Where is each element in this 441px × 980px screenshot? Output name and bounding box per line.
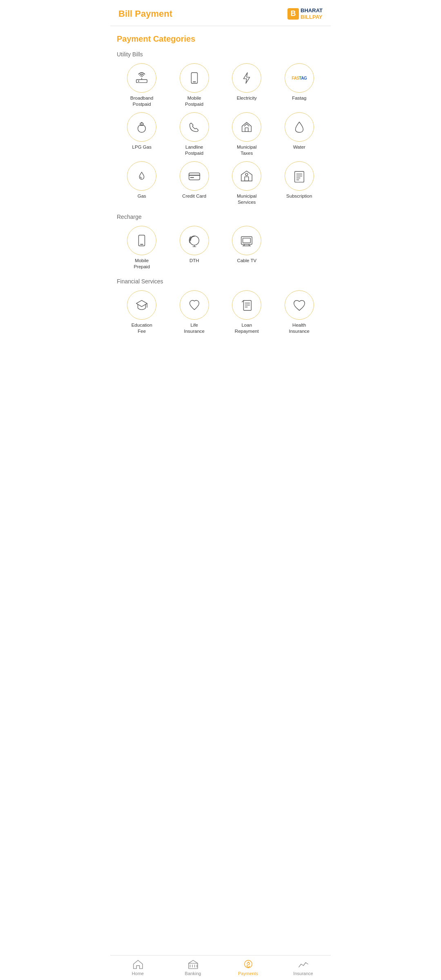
mobile-prepaid-icon (135, 234, 149, 247)
payment-categories-title: Payment Categories (117, 34, 324, 44)
health-insurance-icon (292, 298, 306, 312)
landline-icon-circle (180, 112, 209, 142)
dth-label: DTH (189, 258, 199, 264)
broadband-postpaid-item[interactable]: BroadbandPostpaid (117, 63, 167, 107)
svg-marker-6 (244, 73, 250, 83)
mobile-postpaid-label: MobilePostpaid (185, 95, 203, 107)
municipal-services-item[interactable]: MunicipalServices (222, 161, 272, 205)
bharat-billpay-logo: B BHARAT BILLPAY (287, 7, 323, 20)
subscription-icon-circle (285, 161, 314, 191)
lpg-gas-icon-circle (127, 112, 156, 142)
logo-text: BHARAT BILLPAY (301, 7, 323, 20)
health-insurance-icon-circle (285, 290, 314, 320)
loan-repayment-item[interactable]: LoanRepayment (222, 290, 272, 334)
svg-point-23 (189, 236, 199, 245)
landline-item[interactable]: LandlinePostpaid (169, 112, 220, 156)
recharge-grid: MobilePrepaid DTH (117, 226, 324, 270)
svg-rect-16 (294, 172, 304, 182)
life-insurance-label: LifeInsurance (184, 322, 205, 334)
financial-services-grid: EducationFee LifeInsurance (117, 290, 324, 334)
svg-rect-33 (244, 300, 252, 310)
municipal-services-icon (240, 169, 254, 183)
lpg-gas-icon (135, 120, 149, 134)
municipal-taxes-icon-circle (232, 112, 261, 142)
dth-icon (187, 234, 201, 247)
mobile-prepaid-item[interactable]: MobilePrepaid (117, 226, 167, 270)
life-insurance-item[interactable]: LifeInsurance (169, 290, 220, 334)
water-icon-circle (285, 112, 314, 142)
subscription-label: Subscription (286, 193, 312, 199)
credit-card-label: Credit Card (182, 193, 206, 199)
credit-card-icon (187, 169, 201, 183)
logo-b: B (287, 8, 299, 20)
fastag-icon-circle: FASTAG (285, 63, 314, 93)
gas-item[interactable]: Gas (117, 161, 167, 205)
municipal-services-label: MunicipalServices (237, 193, 257, 205)
svg-rect-14 (245, 177, 249, 181)
svg-rect-27 (243, 238, 251, 243)
subscription-item[interactable]: Subscription (274, 161, 325, 205)
gas-icon (135, 169, 149, 183)
broadband-postpaid-label: BroadbandPostpaid (130, 95, 153, 107)
electricity-item[interactable]: Electricity (222, 63, 272, 107)
gas-icon-circle (127, 161, 156, 191)
financial-services-label: Financial Services (117, 278, 324, 285)
fastag-logo-text: FASTAG (292, 76, 307, 80)
life-insurance-icon (187, 298, 201, 312)
municipal-taxes-icon (240, 120, 254, 134)
svg-point-7 (138, 125, 146, 132)
municipal-taxes-item[interactable]: MunicipalTaxes (222, 112, 272, 156)
loan-repayment-icon-circle (232, 290, 261, 320)
fastag-item[interactable]: FASTAG Fastag (274, 63, 325, 107)
fastag-label: Fastag (292, 95, 306, 101)
recharge-label: Recharge (117, 214, 324, 220)
life-insurance-icon-circle (180, 290, 209, 320)
svg-point-15 (245, 173, 248, 176)
education-fee-icon-circle (127, 290, 156, 320)
water-icon (292, 120, 306, 134)
credit-card-item[interactable]: Credit Card (169, 161, 220, 205)
credit-card-icon-circle (180, 161, 209, 191)
landline-label: LandlinePostpaid (185, 144, 203, 156)
lpg-gas-label: LPG Gas (132, 144, 151, 150)
broadband-icon (135, 71, 149, 85)
main-content: Payment Categories Utility Bills Broadba… (110, 26, 331, 375)
mobile-postpaid-icon (187, 71, 201, 85)
dth-item[interactable]: DTH (169, 226, 220, 270)
broadband-icon-circle (127, 63, 156, 93)
water-label: Water (293, 144, 305, 150)
landline-icon (187, 120, 201, 134)
loan-repayment-label: LoanRepayment (235, 322, 259, 334)
mobile-postpaid-icon-circle (180, 63, 209, 93)
education-fee-icon (135, 298, 149, 312)
municipal-taxes-label: MunicipalTaxes (237, 144, 257, 156)
utility-bills-grid: BroadbandPostpaid MobilePostpaid Electri… (117, 63, 324, 205)
lpg-gas-item[interactable]: LPG Gas (117, 112, 167, 156)
cable-tv-icon-circle (232, 226, 261, 255)
svg-point-2 (138, 80, 139, 82)
utility-bills-label: Utility Bills (117, 51, 324, 58)
electricity-icon (240, 71, 254, 85)
dth-icon-circle (180, 226, 209, 255)
health-insurance-item[interactable]: HealthInsurance (274, 290, 325, 334)
electricity-icon-circle (232, 63, 261, 93)
cable-tv-item[interactable]: Cable TV (222, 226, 272, 270)
electricity-label: Electricity (237, 95, 257, 101)
gas-label: Gas (138, 193, 146, 199)
water-item[interactable]: Water (274, 112, 325, 156)
cable-tv-label: Cable TV (237, 258, 256, 264)
municipal-services-icon-circle (232, 161, 261, 191)
education-fee-label: EducationFee (131, 322, 152, 334)
mobile-postpaid-item[interactable]: MobilePostpaid (169, 63, 220, 107)
education-fee-item[interactable]: EducationFee (117, 290, 167, 334)
page-title: Bill Payment (118, 9, 172, 19)
loan-repayment-icon (240, 298, 254, 312)
health-insurance-label: HealthInsurance (289, 322, 310, 334)
svg-rect-10 (245, 128, 248, 131)
svg-rect-11 (189, 173, 200, 180)
mobile-prepaid-label: MobilePrepaid (134, 258, 150, 270)
mobile-prepaid-icon-circle (127, 226, 156, 255)
svg-rect-0 (136, 80, 147, 83)
subscription-icon (292, 169, 306, 183)
cable-tv-icon (240, 234, 254, 247)
